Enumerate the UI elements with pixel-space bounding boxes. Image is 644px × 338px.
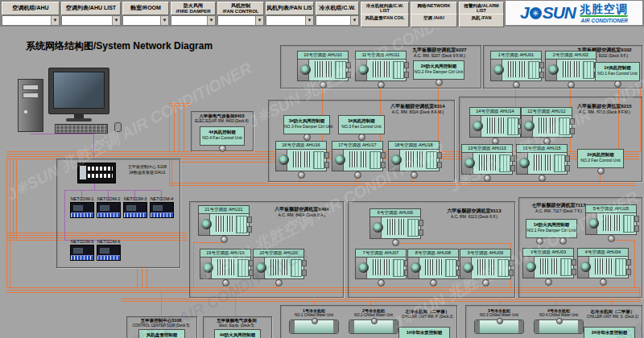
chilled-water-button[interactable]: 冷水机组/C.W. xyxy=(316,2,359,15)
ahu-view-button[interactable]: 空调 /AHU xyxy=(411,14,457,27)
fan-control-select[interactable]: ▼ xyxy=(217,15,264,26)
ahu-device-label: 5号空调器 AHU05 xyxy=(585,204,637,212)
coil-icon xyxy=(393,61,404,79)
ahu-list-button[interactable]: 空调列表/AHU LIST xyxy=(61,2,121,15)
ahu-device[interactable]: 9号空调器 AHU09 xyxy=(460,249,511,279)
fan-icon xyxy=(279,155,289,165)
control-box-label-cn: 1#风机控制箱 xyxy=(596,65,639,71)
status-dot xyxy=(556,318,563,324)
bus-wire xyxy=(10,159,10,287)
fan-control-button[interactable]: 风机控制/FAN CONTROL xyxy=(217,2,264,15)
group-title-cn: 八甲板艉部空调机室8215 xyxy=(571,104,638,109)
control-box[interactable]: 1#冷却水泵控制箱 xyxy=(398,327,450,338)
status-dot xyxy=(482,279,489,286)
ahu-device[interactable]: 18号空调器 AHU18 xyxy=(388,141,440,171)
ahu-device[interactable]: 15号空调器 AHU15 xyxy=(516,144,568,175)
control-box[interactable]: 4#防火风闸控制箱 xyxy=(214,329,261,338)
ahu-device[interactable]: 13号空调器 AHU13 xyxy=(461,144,513,175)
network-switch[interactable] xyxy=(77,163,116,183)
control-box-label-en: NO.2 Fire Damper Ctrl Unit xyxy=(414,69,464,74)
netcom-module[interactable]: NETCOM-1 xyxy=(70,196,94,218)
ahu-device[interactable]: 2号空调器 AHU02 xyxy=(545,51,597,81)
fan-coil-button[interactable]: 风机盘管/FAN COIL xyxy=(361,14,409,27)
logo-sun: SUN xyxy=(543,3,576,23)
group-ac-room-9102: 九甲板艏部空调机室9102 A.C. RM. 9102 (Deck 9 F.) … xyxy=(483,45,642,89)
fire-damper-button[interactable]: 防火风闸/FIRE DAMPER xyxy=(171,2,216,15)
control-box[interactable]: 2#防火风闸控制箱NO.2 Fire Damper Ctrl Unit xyxy=(413,60,464,80)
ahu-device[interactable]: 21号空调器 AHU21 xyxy=(198,205,250,236)
ahu-graphic xyxy=(516,152,568,175)
status-dot xyxy=(378,279,385,286)
fire-damper-select[interactable]: ▼ xyxy=(171,15,216,26)
control-box[interactable]: 4#风机控制箱NO.4 Fan Control Unit xyxy=(200,126,245,146)
ahu-device[interactable]: 1号空调器 AHU01 xyxy=(490,51,542,81)
ahu-device[interactable]: 3号空调器 AHU03 xyxy=(522,248,574,278)
control-box[interactable]: 2#冷却水泵控制箱 xyxy=(584,327,635,338)
control-box[interactable]: 2#风机控制箱NO.2 Fan Control Unit xyxy=(577,149,624,168)
group-control-center-dau: 五甲板控制中心 S108 1#数据采集箱 DAU1 NETCOM-1 NETCO… xyxy=(56,159,180,268)
chiller-unit[interactable]: 2号冷水机组NO.2 Chilled Water Unit xyxy=(347,308,400,334)
control-box-label-cn: 4#风机控制箱 xyxy=(200,130,244,135)
status-dot xyxy=(536,237,543,245)
ahu-device[interactable]: 17号空调器 AHU17 xyxy=(332,141,383,171)
ahu-device[interactable]: 5号空调器 AHU05 xyxy=(585,204,637,235)
room-select[interactable]: ▼ xyxy=(122,15,169,26)
control-box[interactable]: 1#风机控制箱NO.1 Fan Control Unit xyxy=(595,62,640,81)
fan-list-select[interactable]: ▼ xyxy=(266,15,314,26)
status-dot xyxy=(608,235,615,242)
chilled-water-select[interactable]: ▼ xyxy=(316,15,359,26)
ahu-device[interactable]: 12号空调器 AHU12 xyxy=(521,107,572,138)
control-box[interactable]: 3#防火风闸控制箱NO.3 Fire Damper Ctrl Unit xyxy=(283,115,330,134)
fan-view-button[interactable]: 风机 /FAN xyxy=(459,14,504,27)
ahu-device[interactable]: 19号空调器 AHU19 xyxy=(200,249,251,279)
netcom-module[interactable]: NETCOM-5 xyxy=(70,238,94,261)
bus-wire xyxy=(137,266,138,287)
ahu-list-select[interactable]: ▼ xyxy=(61,15,121,26)
netcom-module[interactable]: NETCOM-4 xyxy=(150,196,174,218)
control-box[interactable]: 1#防火风闸控制箱NO.1 Fire Damper Ctrl Unit xyxy=(526,219,577,238)
ahu-unit-button[interactable]: 空调机组/AHU xyxy=(2,2,60,15)
netcom-module[interactable]: NETCOM-6 xyxy=(97,238,121,261)
chiller-unit[interactable]: 3号冷水机组NO.3 Chilled Water Unit xyxy=(473,308,526,334)
group-ac-room-6113: 6号空调器 AHU06 六甲板艉部空调机室6113 A.C. RM. 6113 … xyxy=(348,201,515,298)
status-dot xyxy=(275,279,283,286)
netcom-module[interactable]: NETCOM-3 xyxy=(123,196,147,218)
group-control-center-5108: 五甲板控制中心5108 CONTROL CENTER 5108 (Deck 5)… xyxy=(126,316,197,338)
chevron-down-icon: ▼ xyxy=(207,16,215,25)
bus-wire xyxy=(142,266,142,287)
ahu-device[interactable]: 16号空调器 AHU16 xyxy=(275,141,327,171)
ahu-device[interactable]: 7号空调器 AHU07 xyxy=(355,249,407,279)
bus-wire xyxy=(174,103,175,151)
ahu-device[interactable]: 4号空调器 AHU04 xyxy=(577,248,629,278)
ahu-graphic xyxy=(332,149,383,171)
control-box[interactable]: 风机盘管控制箱 xyxy=(138,329,185,338)
fan-icon xyxy=(493,64,504,75)
fan-list-button[interactable]: 风机列表/FAN LIST xyxy=(266,2,314,15)
bus-wire xyxy=(169,183,636,183)
flower-icon: ✳ xyxy=(530,7,542,19)
ahu-graphic xyxy=(469,115,521,138)
ahu-device[interactable]: 8号空调器 AHU08 xyxy=(407,249,459,279)
chiller-unit[interactable]: 1号冷水机组NO.1 Chilled Water Unit xyxy=(287,308,341,334)
ahu-device[interactable]: 6号空调器 AHU06 xyxy=(369,208,421,239)
ahu-graphic xyxy=(253,257,304,279)
ahu-device-label: 6号空调器 AHU06 xyxy=(369,208,421,216)
group-title-cn: 五甲板艉电气设备间 xyxy=(204,318,269,324)
group-title-cn: 右冷水机间（二甲板） xyxy=(585,309,640,315)
status-dot xyxy=(568,81,575,89)
control-box[interactable]: 3#风机控制箱NO.3 Fan Control Unit xyxy=(338,115,385,134)
control-box-label-cn: 1#冷却水泵控制箱 xyxy=(399,330,449,336)
ahu-device[interactable]: 11号空调器 AHU11 xyxy=(355,51,407,81)
bus-wire xyxy=(169,185,636,186)
coil-icon xyxy=(623,215,634,233)
room-button[interactable]: 舱室/ROOM xyxy=(122,2,169,15)
netcom-module[interactable]: NETCOM-2 xyxy=(97,196,121,218)
control-box-label-cn: 风机盘管控制箱 xyxy=(139,332,184,338)
ahu-device[interactable]: 14号空调器 AHU14 xyxy=(469,107,521,138)
chiller-unit[interactable]: 4号冷水机组NO.4 Chilled Water Unit xyxy=(532,308,585,334)
ahu-device[interactable]: 10号空调器 AHU10 xyxy=(297,51,349,81)
ahu-graphic xyxy=(297,59,349,81)
ahu-unit-select[interactable]: ▼ xyxy=(2,15,60,26)
ahu-device[interactable]: 20号空调器 AHU20 xyxy=(253,249,304,279)
logo-subtitle: AIR CONDITIONER xyxy=(580,18,628,23)
